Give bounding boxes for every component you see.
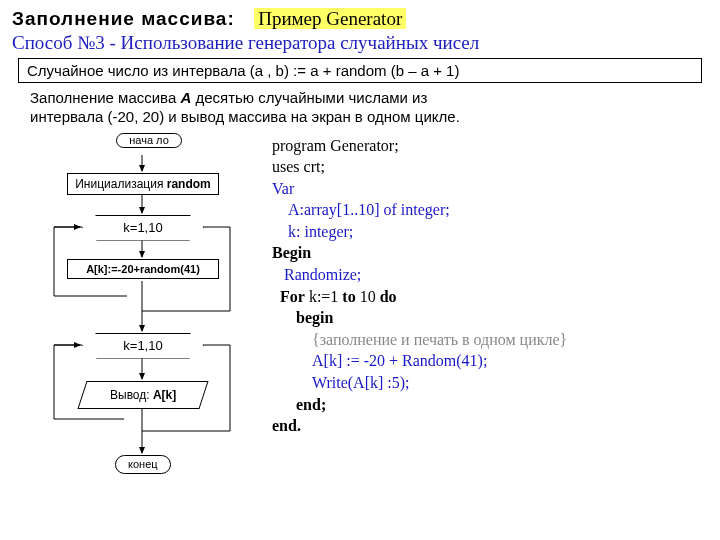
- task-line2: интервала (-20, 20) и вывод массива на э…: [30, 108, 460, 125]
- content-row: нача ло Инициализация random k=1,10 A[k]…: [12, 131, 708, 511]
- flow-start: нача ло: [116, 133, 182, 148]
- flow-assign: A[k]:=-20+random(41): [67, 259, 219, 279]
- code-l11: A[k] := -20 + Random(41);: [272, 350, 567, 372]
- code-l10: {заполнение и печать в одном цикле}: [272, 329, 567, 351]
- flow-out-a: Вывод:: [110, 388, 153, 402]
- code-l2: uses crt;: [272, 156, 567, 178]
- title-row: Заполнение массива: Пример Generator: [12, 8, 708, 30]
- code-l8: For k:=1 to 10 do: [272, 286, 567, 308]
- code-l5: k: integer;: [272, 221, 567, 243]
- flow-init-b: random: [167, 177, 211, 191]
- task-text: Заполнение массива А десятью случайными …: [30, 89, 702, 127]
- task-line1c: десятью случайными числами из: [195, 89, 427, 106]
- flow-end: конец: [115, 455, 171, 474]
- flow-init: Инициализация random: [67, 173, 219, 195]
- formula-text: Случайное число из интервала (a , b) := …: [27, 62, 459, 79]
- task-line1a: Заполнение массива: [30, 89, 180, 106]
- code-l1: program Generator;: [272, 135, 567, 157]
- code-l13: end;: [272, 394, 567, 416]
- formula-box: Случайное число из интервала (a , b) := …: [18, 58, 702, 83]
- task-array-name: А: [180, 89, 195, 106]
- code-l3: Var: [272, 178, 567, 200]
- flow-loop2: k=1,10: [82, 333, 204, 359]
- code-l7: Randomize;: [272, 264, 567, 286]
- code-block: program Generator; uses crt; Var A:array…: [272, 131, 567, 511]
- flow-loop1: k=1,10: [82, 215, 204, 241]
- code-l4: A:array[1..10] of integer;: [272, 199, 567, 221]
- code-l9: begin: [272, 307, 567, 329]
- flow-out-b: A[k]: [153, 388, 176, 402]
- code-l14: end.: [272, 415, 567, 437]
- code-l8b: k:=1: [305, 288, 342, 305]
- code-l8c: to: [342, 288, 355, 305]
- code-l12: Write(A[k] :5);: [272, 372, 567, 394]
- flow-init-a: Инициализация: [75, 177, 167, 191]
- code-l8e: do: [380, 288, 397, 305]
- subtitle: Способ №3 - Использование генератора слу…: [12, 32, 708, 54]
- code-l8a: For: [280, 288, 305, 305]
- code-l6: Begin: [272, 242, 567, 264]
- title-left: Заполнение массива:: [12, 8, 235, 29]
- code-l8d: 10: [356, 288, 380, 305]
- title-highlight: Пример Generator: [254, 8, 406, 29]
- flow-output: Вывод: A[k]: [77, 381, 208, 409]
- flowchart: нача ло Инициализация random k=1,10 A[k]…: [12, 131, 272, 511]
